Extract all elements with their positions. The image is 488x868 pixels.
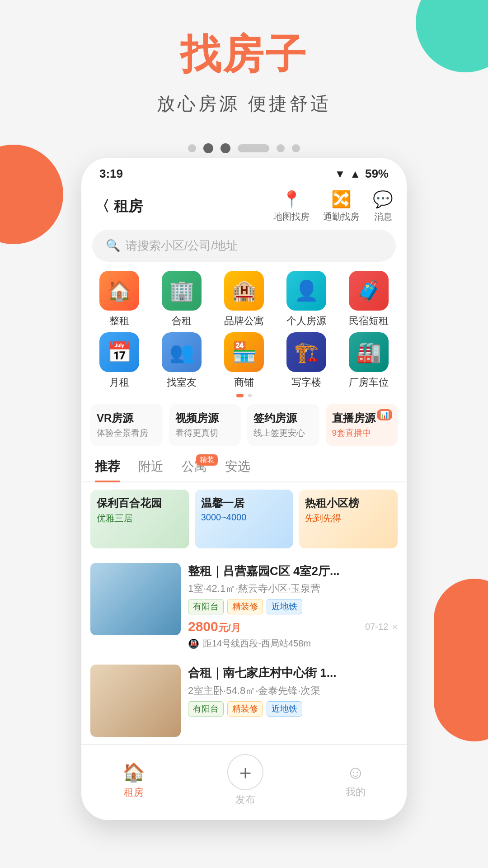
promo-hot-title: 热租小区榜 xyxy=(299,490,398,512)
dot-2[interactable] xyxy=(203,143,213,153)
thumb-img-1 xyxy=(90,563,181,635)
listing-price-1: 2800元/月 xyxy=(188,619,241,635)
close-btn-1[interactable]: × xyxy=(392,621,398,633)
dot-3[interactable] xyxy=(221,143,230,153)
publish-btn[interactable]: ＋ xyxy=(227,754,263,790)
mine-nav-label: 我的 xyxy=(346,785,366,799)
price-unit-1: 元/月 xyxy=(218,622,241,633)
tab-select[interactable]: 安选 xyxy=(225,458,250,481)
publish-icon: ＋ xyxy=(235,759,255,786)
category-shop[interactable]: 🏪 商铺 xyxy=(215,332,273,389)
tag-balcony-1: 有阳台 xyxy=(188,599,224,614)
promo-hot[interactable]: 热租小区榜 先到先得 xyxy=(299,490,398,548)
personal-label: 个人房源 xyxy=(286,314,326,328)
zhenzu-icon: 🏠 xyxy=(99,271,139,311)
tab-recommended-label: 推荐 xyxy=(95,459,120,473)
feature-cards-row: VR房源 体验全景看房 视频房源 看得更真切 签约房源 线上签更安心 📊 直播房… xyxy=(81,404,407,453)
monthly-label: 月租 xyxy=(109,376,129,389)
promo-wenxin-title: 温馨一居 xyxy=(195,490,294,512)
listing-card-2[interactable]: 合租｜南七家庄村中心街 1... 2室主卧·54.8㎡·金泰先锋·次渠 有阳台 … xyxy=(81,657,407,745)
tab-recommended[interactable]: 推荐 xyxy=(95,458,120,481)
phone-mockup: 3:19 ▼ ▲ 59% 〈 租房 📍 地图找房 🔀 通勤找房 xyxy=(0,158,488,820)
factory-label: 厂房车位 xyxy=(349,376,389,389)
category-office[interactable]: 🏗️ 写字楼 xyxy=(277,332,335,389)
nav-back-area[interactable]: 〈 租房 xyxy=(95,197,143,217)
category-factory[interactable]: 🏭 厂房车位 xyxy=(340,332,398,389)
feature-vr[interactable]: VR房源 体验全景看房 xyxy=(90,404,163,446)
category-hezu[interactable]: 🏢 合租 xyxy=(153,271,211,328)
tab-nearby[interactable]: 附近 xyxy=(138,458,164,481)
dot-1[interactable] xyxy=(188,144,196,152)
feature-video-title: 视频房源 xyxy=(175,411,235,425)
roommate-icon: 👥 xyxy=(162,332,202,372)
bottom-nav: 🏠 租房 ＋ 发布 ☺ 我的 xyxy=(81,745,407,811)
feature-video[interactable]: 视频房源 看得更真切 xyxy=(169,404,241,446)
grid-dot-1 xyxy=(236,394,244,397)
tag-balcony-2: 有阳台 xyxy=(188,701,224,717)
grid-dot-2 xyxy=(248,394,252,397)
feature-live[interactable]: 📊 直播房源 9套直播中 xyxy=(326,404,398,446)
back-icon[interactable]: 〈 xyxy=(95,197,109,217)
category-minsu[interactable]: 🧳 民宿短租 xyxy=(340,271,398,328)
category-grid: 🏠 整租 🏢 合租 🏨 品牌公寓 👤 个人房源 🧳 民宿短租 📅 月租 xyxy=(81,271,407,389)
feature-video-desc: 看得更真切 xyxy=(175,427,235,439)
zhenzu-label: 整租 xyxy=(109,314,129,328)
thumb-img-2 xyxy=(90,665,181,737)
feature-sign[interactable]: 签约房源 线上签更安心 xyxy=(247,404,319,446)
metro-row-1: 🚇 距14号线西段-西局站458m xyxy=(188,637,398,650)
apartment-badge: 精装 xyxy=(196,454,218,466)
promo-baoli-sub: 优雅三居 xyxy=(90,512,189,524)
minsu-label: 民宿短租 xyxy=(349,314,389,328)
commute-icon: 🔀 xyxy=(331,190,352,209)
nav-map-btn[interactable]: 📍 地图找房 xyxy=(273,190,310,223)
wifi-icon: ▼ xyxy=(334,168,345,180)
dot-pill[interactable] xyxy=(238,144,269,152)
category-brand[interactable]: 🏨 品牌公寓 xyxy=(215,271,273,328)
roommate-label: 找室友 xyxy=(167,376,197,389)
listing-title-2: 合租｜南七家庄村中心街 1... xyxy=(188,665,398,681)
nav-title: 租房 xyxy=(114,197,143,217)
category-personal[interactable]: 👤 个人房源 xyxy=(277,271,335,328)
status-right: ▼ ▲ 59% xyxy=(334,167,389,181)
promo-cards-row: 保利百合花园 优雅三居 温馨一居 3000~4000 热租小区榜 先到先得 xyxy=(81,490,407,556)
category-monthly[interactable]: 📅 月租 xyxy=(90,332,148,389)
battery-display: 59% xyxy=(365,167,389,181)
search-placeholder-text: 请搜索小区/公司/地址 xyxy=(126,238,238,254)
nav-mine[interactable]: ☺ 我的 xyxy=(346,762,366,799)
grid-indicator xyxy=(81,394,407,397)
listing-title-1: 整租｜吕营嘉园C区 4室2厅... xyxy=(188,563,398,579)
time-display: 3:19 xyxy=(99,167,123,181)
tab-apartment[interactable]: 公寓 精装 xyxy=(182,458,207,481)
shop-label: 商铺 xyxy=(234,376,254,389)
feature-live-count: 9套直播中 xyxy=(332,427,392,439)
map-label: 地图找房 xyxy=(273,211,310,223)
feature-vr-title: VR房源 xyxy=(97,411,156,425)
hero-title: 找房子 xyxy=(0,27,488,82)
factory-icon: 🏭 xyxy=(349,332,389,372)
nav-rent[interactable]: 🏠 租房 xyxy=(122,762,145,799)
promo-wenxin[interactable]: 温馨一居 3000~4000 xyxy=(195,490,294,548)
nav-publish[interactable]: ＋ 发布 xyxy=(227,754,263,807)
promo-baoli-title: 保利百合花园 xyxy=(90,490,189,512)
nav-message-btn[interactable]: 💬 消息 xyxy=(373,190,393,223)
live-badge: 📊 xyxy=(377,409,392,420)
shop-icon: 🏪 xyxy=(224,332,264,372)
dot-5[interactable] xyxy=(292,144,300,152)
promo-baoli[interactable]: 保利百合花园 优雅三居 xyxy=(90,490,189,548)
search-bar[interactable]: 🔍 请搜索小区/公司/地址 xyxy=(92,230,396,262)
tag-decor-1: 精装修 xyxy=(227,599,263,614)
listing-sub-1: 1室·42.1㎡·慈云寺小区·玉泉营 xyxy=(188,582,398,595)
nav-commute-btn[interactable]: 🔀 通勤找房 xyxy=(323,190,359,223)
metro-icon-1: 🚇 xyxy=(188,638,199,649)
category-zhenzu[interactable]: 🏠 整租 xyxy=(90,271,148,328)
listing-thumb-1 xyxy=(90,563,181,635)
category-roommate[interactable]: 👥 找室友 xyxy=(153,332,211,389)
top-nav: 〈 租房 📍 地图找房 🔀 通勤找房 💬 消息 xyxy=(81,185,407,230)
pagination-dots xyxy=(0,143,488,153)
listing-card-1[interactable]: 整租｜吕营嘉园C区 4室2厅... 1室·42.1㎡·慈云寺小区·玉泉营 有阳台… xyxy=(81,556,407,657)
main-tabs: 推荐 附近 公寓 精装 安选 xyxy=(81,453,407,482)
dot-4[interactable] xyxy=(277,144,285,152)
promo-hot-sub: 先到先得 xyxy=(299,512,398,524)
search-icon: 🔍 xyxy=(106,239,120,253)
status-bar: 3:19 ▼ ▲ 59% xyxy=(81,158,407,185)
